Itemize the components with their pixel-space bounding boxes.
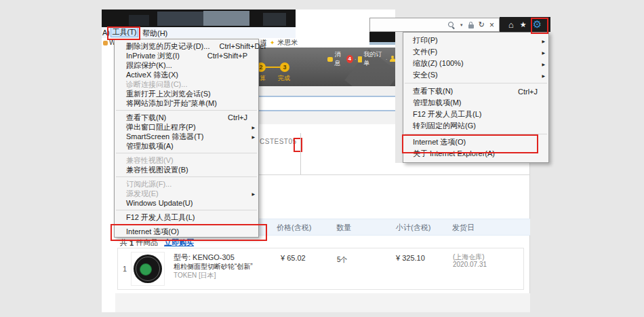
summary-prefix: 共	[120, 238, 127, 248]
item-price: ¥ 65.02	[281, 254, 306, 262]
menu-item-label: 查看下载(N)	[413, 86, 453, 96]
menu-item[interactable]: 弹出窗口阻止程序(P)▶	[115, 122, 258, 132]
col-header-subtotal: 小计(含税)	[396, 219, 430, 236]
menu-item[interactable]: ActiveX 筛选(X)	[115, 70, 258, 79]
menu-item-label: 查看下载(N)	[126, 113, 166, 123]
menu-item-label: 兼容性视图设置(B)	[126, 165, 188, 175]
menu-item-shortcut: Ctrl+Shift+Del	[209, 42, 265, 50]
menu-item: 源发现(E)▶	[115, 189, 258, 198]
site-header-band: 消息 4 · 我的订单 · 2 3 算 完成	[259, 48, 395, 86]
menu-tools[interactable]: 工具(T)	[110, 27, 138, 37]
menu-bar: A) 工具(T) 帮助(H)	[102, 27, 296, 38]
menu-item[interactable]: 文件(F)▶	[403, 46, 548, 58]
search-dropdown-icon[interactable]: ▼	[460, 23, 464, 27]
menu-item-label: Windows Update(U)	[126, 199, 193, 207]
menu-item-internet-options[interactable]: Internet 选项(O)	[403, 136, 548, 148]
gear-dropdown-menu: 打印(P)▶文件(F)▶缩放(Z) (100%)▶安全(S)▶查看下载(N)Ct…	[403, 32, 549, 163]
banner-patch	[203, 11, 249, 26]
home-icon[interactable]: ⌂	[508, 20, 514, 30]
menu-item[interactable]: SmartScreen 筛选器(T)▶	[115, 132, 258, 141]
summary-suffix: 件商品	[136, 238, 158, 248]
menu-item-partial[interactable]: A)	[102, 29, 110, 37]
favorite-star-icon: ✦	[270, 39, 275, 46]
product-name: 粗粒侧面型切断砂轮“创新”	[174, 262, 253, 272]
search-icon[interactable]	[448, 22, 455, 29]
account-person-icon	[389, 56, 395, 62]
menu-item-label: 跟踪保护(K)...	[126, 60, 172, 71]
submenu-arrow-icon: ▶	[542, 61, 545, 66]
lock-icon	[468, 24, 474, 29]
item-quantity: 5个	[337, 255, 348, 265]
order-summary-line: 共 1 件商品 立即购买	[120, 238, 194, 248]
menu-item-label: Internet 选项(O)	[413, 137, 466, 147]
page-edge-fragment	[369, 42, 395, 45]
menu-item[interactable]: 将网站添加到“开始”菜单(M)	[115, 98, 258, 108]
refresh-icon[interactable]: ↻	[479, 20, 485, 29]
product-maker: TOKEN [日本]	[174, 271, 216, 280]
nav-dot: ·	[355, 56, 357, 62]
menu-item: 订阅此源(F)...	[115, 179, 258, 189]
menu-item[interactable]: 转到固定的网站(G)	[403, 120, 548, 132]
menu-item-label: 文件(F)	[413, 47, 437, 57]
submenu-arrow-icon: ▶	[251, 191, 255, 196]
col-header-price: 价格(含税)	[277, 219, 311, 236]
banner-patch	[129, 15, 149, 26]
menu-item[interactable]: 跟踪保护(K)...	[115, 60, 258, 70]
menu-item: 兼容性视图(V)	[115, 155, 258, 165]
menu-item[interactable]: 打印(P)▶	[403, 35, 548, 46]
product-model: 型号: KENGO-305	[174, 253, 235, 263]
menu-item[interactable]: 管理加载项(M)	[403, 97, 548, 109]
submenu-arrow-icon: ▶	[251, 134, 255, 139]
menu-item[interactable]: 兼容性视图设置(B)	[115, 165, 258, 174]
menu-item-label: 源发现(E)	[126, 189, 159, 199]
step-2-label: 算	[260, 74, 266, 83]
menu-item-shortcut: Ctrl+Shift+P	[198, 52, 247, 60]
menu-item[interactable]: 缩放(Z) (100%)▶	[403, 58, 548, 69]
item-ship-date: 2020.07.31	[453, 261, 487, 268]
menu-item-internet-options[interactable]: Internet 选项(O)	[115, 227, 258, 236]
page-footer-strip	[115, 293, 530, 312]
menu-item-label: 打印(P)	[413, 35, 438, 45]
favorites-fragment-right[interactable]: 道 ✦ 米思米	[260, 38, 298, 48]
menu-item[interactable]: 安全(S)▶	[403, 69, 548, 81]
menu-help[interactable]: 帮助(H)	[142, 29, 167, 39]
menu-item-label: 重新打开上次浏览会话(S)	[126, 89, 211, 99]
product-image-box[interactable]	[131, 252, 165, 286]
step-3-circle: 3	[280, 62, 289, 72]
gear-tools-icon[interactable]: ⚙	[533, 18, 542, 31]
menu-item[interactable]: F12 开发人员工具(L)	[115, 212, 258, 222]
menu-item-label: 缩放(Z) (100%)	[413, 58, 464, 69]
site-top-nav: 消息 4 · 我的订单 ·	[327, 50, 395, 68]
menu-item-label: F12 开发人员工具(L)	[126, 212, 195, 223]
menu-item-label: ActiveX 筛选(X)	[126, 70, 178, 80]
page-white-area-right	[395, 163, 530, 312]
menu-item[interactable]: 查看下载(N)Ctrl+J	[403, 86, 548, 97]
menu-item[interactable]: F12 开发人员工具(L)	[403, 109, 548, 120]
page-strip	[259, 111, 395, 124]
menu-item[interactable]: 删除浏览的历史记录(D)...Ctrl+Shift+Del	[115, 41, 258, 51]
page-section-vline	[300, 133, 301, 174]
banner-patch	[263, 13, 286, 26]
menu-item[interactable]: 管理加载项(A)	[115, 141, 258, 151]
menu-item-label: 转到固定的网站(G)	[413, 121, 476, 131]
webpage-banner-image	[102, 10, 296, 27]
row-number: 1	[123, 265, 127, 273]
highlight-box-account-fragment	[294, 138, 302, 152]
order-item-card: 1 型号: KENGO-305 粗粒侧面型切断砂轮“创新” TOKEN [日本]…	[117, 248, 524, 290]
my-orders-link[interactable]: 我的订单	[363, 50, 384, 68]
favorite-site-misumi: 米思米	[278, 38, 298, 48]
buy-now-link[interactable]: 立即购买	[164, 238, 194, 248]
menu-item[interactable]: 重新打开上次浏览会话(S)	[115, 89, 258, 98]
menu-item[interactable]: InPrivate 浏览(I)Ctrl+Shift+P	[115, 51, 258, 60]
menu-item-label: 将网站添加到“开始”菜单(M)	[126, 98, 217, 109]
favorites-star-icon[interactable]: ★	[520, 20, 527, 29]
menu-item[interactable]: Windows Update(U)	[115, 198, 258, 208]
menu-item[interactable]: 关于 Internet Explorer(A)	[403, 148, 548, 160]
menu-item-label: 安全(S)	[413, 70, 438, 80]
menu-item[interactable]: 查看下载(N)Ctrl+J	[115, 113, 258, 122]
messages-link[interactable]: 消息	[334, 50, 344, 68]
menu-item-label: 删除浏览的历史记录(D)...	[126, 41, 209, 52]
account-code-text: CSTEST05	[260, 138, 297, 145]
stop-icon[interactable]: ×	[489, 20, 494, 30]
submenu-arrow-icon: ▶	[251, 125, 255, 130]
